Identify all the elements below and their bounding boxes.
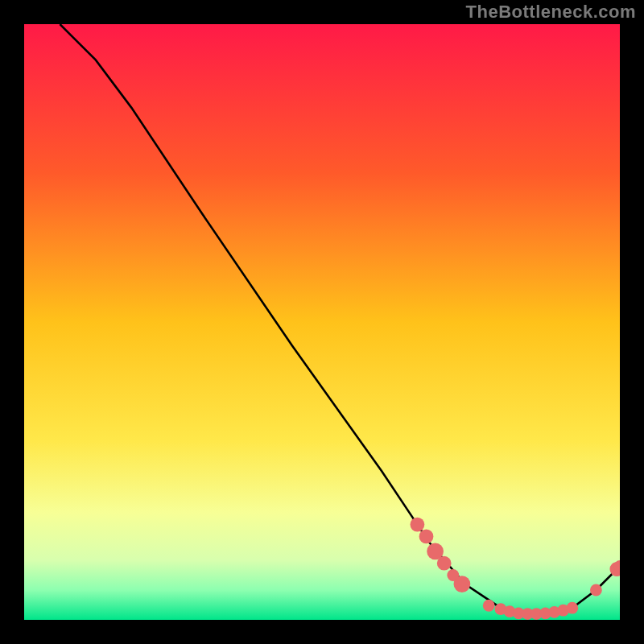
data-marker <box>437 556 452 571</box>
data-marker <box>411 518 425 532</box>
data-marker <box>419 530 434 544</box>
gradient-background <box>24 24 620 620</box>
watermark-text: TheBottleneck.com <box>466 2 636 23</box>
chart-container: TheBottleneck.com <box>0 0 644 644</box>
data-marker <box>483 600 495 612</box>
data-marker <box>590 584 602 597</box>
chart-svg <box>24 24 620 620</box>
data-marker <box>454 576 471 592</box>
data-marker <box>566 602 578 614</box>
plot-area <box>24 24 620 620</box>
